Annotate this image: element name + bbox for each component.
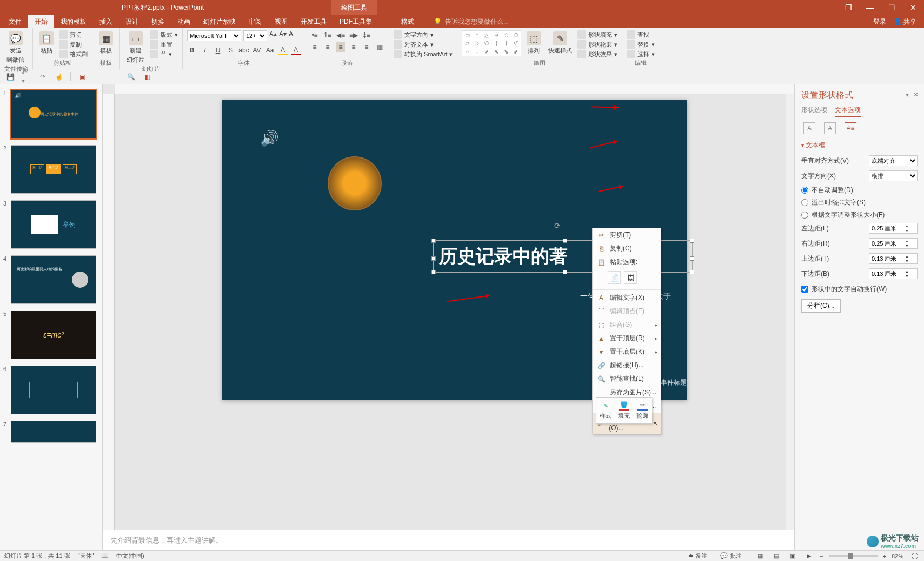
slide-thumbnail-2[interactable]: 2 第一步第二步第三步 — [3, 145, 99, 194]
char-spacing-button[interactable]: AV — [252, 45, 262, 55]
send-to-wechat-button[interactable]: 💬 发送到微信 — [4, 30, 26, 65]
slide-thumbnail-4[interactable]: 4 历史影响最重要人物的排名 — [3, 255, 99, 304]
tab-insert[interactable]: 插入 — [93, 15, 119, 29]
audio-icon[interactable]: 🔊 — [260, 129, 282, 151]
fit-window-button[interactable]: ⛶ — [909, 552, 920, 560]
slide-thumbnail-7[interactable]: 7 — [3, 421, 99, 443]
strikethrough-button[interactable]: abc — [239, 45, 249, 55]
wrap-text-checkbox[interactable]: 形状中的文字自动换行(W) — [801, 285, 918, 294]
shape-effects-button[interactable]: 形状效果 ▾ — [577, 50, 617, 58]
align-left-button[interactable]: ≡ — [310, 42, 320, 52]
pane-close-icon[interactable]: ✕ — [913, 91, 919, 98]
vertical-ruler[interactable] — [103, 94, 115, 530]
mini-style-button[interactable]: ✎样式 — [596, 398, 615, 423]
normal-view-button[interactable]: ▦ — [755, 552, 766, 560]
text-direction-select[interactable]: 横排 — [869, 170, 918, 181]
convert-smartart-button[interactable]: 转换为 SmartArt ▾ — [394, 50, 453, 58]
menu-bring-front[interactable]: ▲置于顶层(R)▸ — [593, 332, 661, 345]
shapes-gallery[interactable]: ▭○△➜☆⬡ ▱◇⬠{}↺ ↔↕⬈⬉⬊⬋ — [462, 30, 521, 56]
increase-indent-button[interactable]: ≡▶ — [349, 30, 358, 40]
textbox-section-header[interactable]: 文本框 — [801, 141, 918, 150]
numbering-button[interactable]: 1≡ — [323, 30, 333, 40]
text-direction-button[interactable]: 文字方向 ▾ — [394, 30, 453, 39]
paste-option-2[interactable]: 🖼 — [624, 271, 637, 284]
menu-edit-text[interactable]: A编辑文字(X) — [593, 291, 661, 305]
tab-my-templates[interactable]: 我的模板 — [54, 15, 93, 29]
ribbon-display-icon[interactable]: ❐ — [837, 0, 859, 15]
decrease-indent-button[interactable]: ◀≡ — [336, 30, 345, 40]
touch-mode-button[interactable]: ☝ — [54, 72, 64, 82]
tab-transitions[interactable]: 切换 — [145, 15, 171, 29]
save-button[interactable]: 💾 — [5, 72, 15, 82]
zoom-percent[interactable]: 82% — [892, 553, 903, 559]
textbox-tab-icon[interactable]: A≡ — [845, 122, 856, 134]
login-button[interactable]: 登录 — [873, 17, 886, 27]
change-case-button[interactable]: Aa — [265, 45, 275, 55]
columns-button[interactable]: 分栏(C)... — [801, 299, 841, 313]
align-text-button[interactable]: 对齐文本 ▾ — [394, 40, 453, 49]
minimize-icon[interactable]: — — [859, 0, 881, 15]
tab-slideshow[interactable]: 幻灯片放映 — [197, 15, 242, 29]
margin-left-spinner[interactable]: ▲▼ — [869, 223, 918, 234]
underline-button[interactable]: U — [213, 45, 223, 55]
tab-view[interactable]: 视图 — [268, 15, 294, 29]
zoom-in-button[interactable]: + — [883, 553, 886, 559]
vertical-align-select[interactable]: 底端对齐 — [869, 155, 918, 166]
italic-button[interactable]: I — [200, 45, 210, 55]
mini-outline-button[interactable]: ✏轮廓 — [633, 398, 652, 423]
radio-no-autofit[interactable]: 不自动调整(D) — [801, 186, 918, 195]
tab-animations[interactable]: 动画 — [171, 15, 197, 29]
font-size-select[interactable]: 12+ — [243, 30, 267, 41]
margin-bottom-spinner[interactable]: ▲▼ — [869, 268, 918, 279]
zoom-out-button[interactable]: − — [820, 553, 823, 559]
tab-home[interactable]: 开始 — [28, 15, 54, 29]
qa-search-button[interactable]: 🔍 — [126, 72, 136, 82]
comments-toggle[interactable]: 💬 批注 — [720, 552, 742, 560]
sorter-view-button[interactable]: ▤ — [771, 552, 782, 560]
justify-button[interactable]: ≡ — [349, 42, 358, 52]
menu-send-back[interactable]: ▼置于底层(K)▸ — [593, 345, 661, 359]
quick-styles-button[interactable]: ✎快速样式 — [546, 30, 574, 56]
radio-resize-shape[interactable]: 根据文字调整形状大小(F) — [801, 210, 918, 220]
font-family-select[interactable]: Microsoft YaH — [187, 30, 241, 41]
notes-toggle[interactable]: ≐ 备注 — [688, 552, 707, 560]
slide-counter[interactable]: 幻灯片 第 1 张，共 11 张 — [4, 552, 70, 560]
arrange-button[interactable]: ⬚排列 — [524, 30, 543, 56]
paste-option-1[interactable]: 📄 — [608, 271, 621, 284]
shape-outline-button[interactable]: 形状轮廓 ▾ — [577, 40, 617, 49]
align-center-button[interactable]: ≡ — [323, 42, 333, 52]
tab-developer[interactable]: 开发工具 — [294, 15, 333, 29]
templates-button[interactable]: ▦模板 — [97, 30, 115, 56]
horizontal-ruler[interactable] — [115, 84, 794, 94]
redo-button[interactable]: ↷ — [38, 72, 48, 82]
radio-shrink-overflow[interactable]: 溢出时缩排文字(S) — [801, 198, 918, 207]
align-right-button[interactable]: ≡ — [336, 42, 345, 52]
maximize-icon[interactable]: ☐ — [881, 0, 902, 15]
menu-hyperlink[interactable]: 🔗超链接(H)... — [593, 359, 661, 372]
tab-design[interactable]: 设计 — [119, 15, 145, 29]
spellcheck-icon[interactable]: 📖 — [101, 552, 109, 559]
tab-file[interactable]: 文件 — [2, 15, 28, 29]
bold-button[interactable]: B — [187, 45, 197, 55]
undo-button[interactable]: ↶ ▾ — [22, 72, 31, 82]
slide-canvas-area[interactable]: 🔊 ⟳ 历史记录中的著 一句话总结该事件，或关于 1 — [115, 94, 794, 530]
decrease-font-button[interactable]: A▾ — [279, 30, 287, 41]
increase-font-button[interactable]: A▴ — [269, 30, 277, 41]
font-color-button[interactable]: A — [291, 45, 301, 55]
format-painter-button[interactable]: 格式刷 — [59, 50, 88, 58]
slide-thumbnail-1[interactable]: 1 🔊历史记录中的著名事件 — [3, 90, 99, 138]
slideshow-view-button[interactable]: ▶ — [803, 552, 814, 560]
reading-view-button[interactable]: ▣ — [787, 552, 798, 560]
new-slide-button[interactable]: ▭新建幻灯片 — [124, 30, 147, 65]
section-button[interactable]: 节 ▾ — [150, 50, 178, 58]
clear-format-button[interactable]: A̶ — [289, 30, 293, 41]
language-indicator[interactable]: 中文(中国) — [116, 552, 144, 560]
copy-button[interactable]: 复制 — [59, 40, 88, 49]
leaf-circle-image[interactable] — [328, 156, 382, 210]
text-effects-tab-icon[interactable]: A — [824, 122, 836, 134]
close-icon[interactable]: ✕ — [902, 0, 924, 15]
qa-extra-button[interactable]: ◧ — [142, 72, 152, 82]
share-button[interactable]: 👤 共享 — [894, 17, 916, 27]
pane-tab-text-options[interactable]: 文本选项 — [835, 105, 861, 117]
slide-thumbnail-panel[interactable]: 1 🔊历史记录中的著名事件 2 第一步第二步第三步 3 举例 4 历史影响最重要… — [0, 84, 103, 550]
